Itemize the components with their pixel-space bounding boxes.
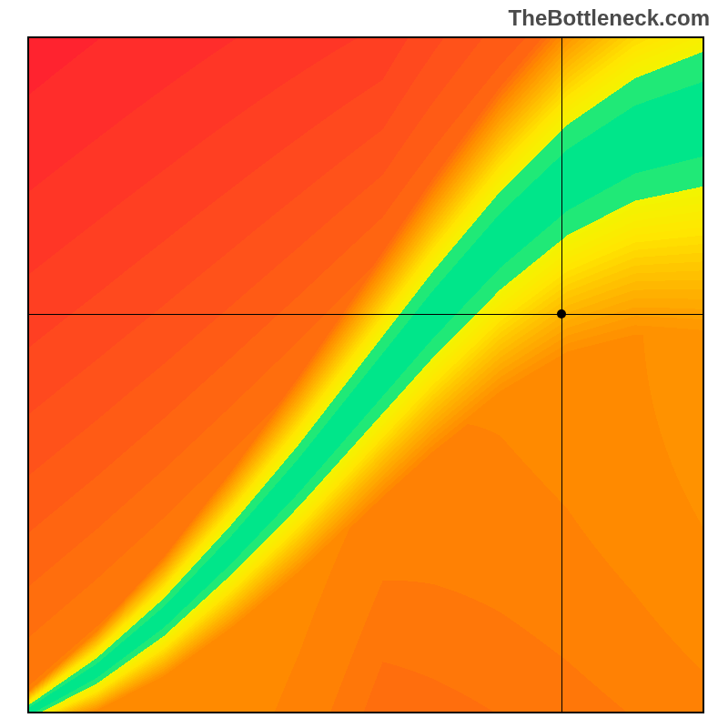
heatmap-frame: [27, 36, 704, 713]
heatmap-canvas: [29, 38, 703, 712]
crosshair-horizontal: [29, 314, 703, 315]
watermark-label: TheBottleneck.com: [509, 5, 710, 31]
crosshair-marker: [557, 309, 566, 318]
chart-wrapper: TheBottleneck.com: [0, 0, 728, 728]
crosshair-vertical: [561, 38, 562, 712]
